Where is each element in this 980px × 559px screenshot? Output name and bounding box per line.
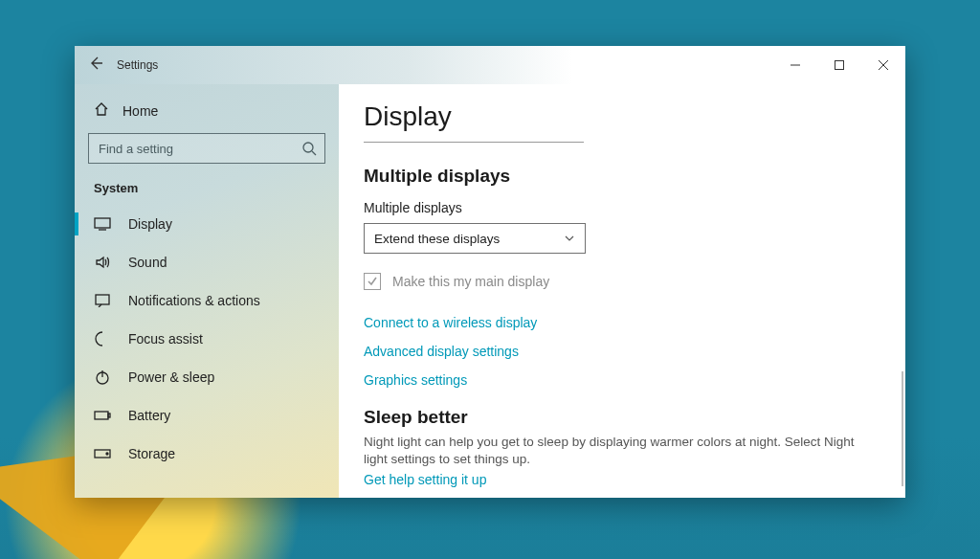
svg-point-8 — [106, 453, 108, 455]
maximize-icon — [835, 60, 844, 70]
search-icon — [301, 141, 317, 156]
nav-item-power-sleep[interactable]: Power & sleep — [75, 358, 339, 396]
caption-buttons — [773, 46, 905, 84]
nav-item-sound[interactable]: Sound — [75, 243, 339, 281]
link-sleep-help[interactable]: Get help setting it up — [364, 472, 877, 487]
home-icon — [94, 101, 109, 120]
focus-assist-icon — [94, 331, 111, 347]
nav-item-storage[interactable]: Storage — [75, 435, 339, 473]
check-icon — [367, 276, 378, 287]
svg-rect-0 — [835, 61, 844, 70]
nav-label: Battery — [128, 408, 170, 423]
display-icon — [94, 217, 111, 231]
power-icon — [94, 369, 111, 385]
sound-icon — [94, 255, 111, 270]
title-underline — [364, 142, 584, 143]
back-button[interactable] — [75, 56, 117, 75]
page-title: Display — [364, 101, 877, 142]
window-body: Home System Display Sound Notificatio — [75, 84, 905, 498]
checkbox-box — [364, 273, 381, 290]
window-title: Settings — [117, 58, 158, 72]
category-label: System — [88, 177, 325, 205]
svg-rect-2 — [95, 218, 110, 228]
home-link[interactable]: Home — [88, 96, 325, 133]
content-pane: Display Multiple displays Multiple displ… — [339, 84, 905, 498]
nav-item-notifications[interactable]: Notifications & actions — [75, 281, 339, 320]
nav-label: Power & sleep — [128, 369, 214, 385]
nav-item-battery[interactable]: Battery — [75, 396, 339, 435]
scrollbar[interactable] — [902, 371, 903, 486]
dropdown-value: Extend these displays — [374, 232, 500, 246]
nav-label: Notifications & actions — [128, 293, 260, 308]
nav-label: Display — [128, 216, 172, 232]
close-icon — [879, 60, 888, 70]
maximize-button[interactable] — [817, 46, 861, 84]
storage-icon — [94, 449, 111, 458]
section-multiple-displays: Multiple displays — [364, 166, 877, 187]
nav-label: Sound — [128, 255, 167, 270]
link-advanced-display[interactable]: Advanced display settings — [364, 344, 877, 359]
back-arrow-icon — [88, 56, 103, 71]
svg-rect-6 — [108, 414, 110, 417]
nav-item-focus-assist[interactable]: Focus assist — [75, 320, 339, 358]
chevron-down-icon — [564, 233, 575, 244]
search-input[interactable] — [99, 142, 301, 156]
minimize-icon — [791, 60, 800, 70]
sleep-description: Night light can help you get to sleep by… — [364, 434, 861, 468]
titlebar: Settings — [75, 46, 905, 84]
nav-item-display[interactable]: Display — [75, 205, 339, 243]
checkbox-label: Make this my main display — [392, 274, 549, 289]
multiple-displays-dropdown[interactable]: Extend these displays — [364, 223, 586, 254]
close-button[interactable] — [861, 46, 905, 84]
search-box[interactable] — [88, 133, 325, 164]
multiple-displays-label: Multiple displays — [364, 200, 877, 215]
nav-list: Display Sound Notifications & actions Fo… — [75, 205, 339, 473]
minimize-button[interactable] — [773, 46, 817, 84]
svg-rect-3 — [96, 295, 109, 304]
nav-label: Storage — [128, 446, 175, 461]
main-display-checkbox: Make this my main display — [364, 273, 877, 290]
home-label: Home — [122, 103, 158, 119]
battery-icon — [94, 410, 111, 421]
notifications-icon — [94, 294, 111, 307]
link-wireless-display[interactable]: Connect to a wireless display — [364, 315, 877, 330]
nav-label: Focus assist — [128, 331, 203, 347]
section-sleep-better: Sleep better — [364, 407, 877, 428]
link-graphics-settings[interactable]: Graphics settings — [364, 372, 877, 388]
svg-rect-5 — [95, 412, 108, 419]
settings-window: Settings Home System Displa — [75, 46, 905, 498]
svg-point-1 — [303, 143, 313, 152]
sidebar: Home System Display Sound Notificatio — [75, 84, 339, 498]
